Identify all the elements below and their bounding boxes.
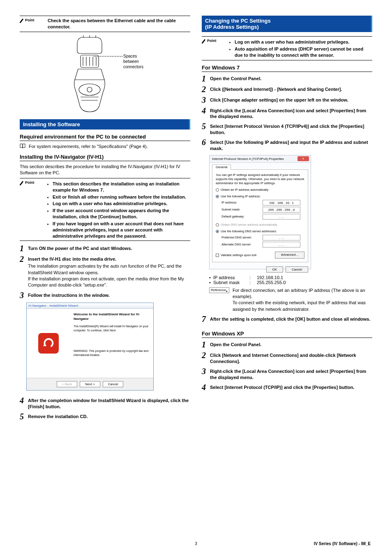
step-body: Open the Control Panel. xyxy=(210,74,372,82)
step-number: 2 xyxy=(202,85,208,93)
ipv4-ok-button[interactable]: OK xyxy=(266,266,284,273)
point-body: Log on with a user who has administrativ… xyxy=(230,38,372,58)
windowsxp-steps: 1Open the Control Panel.2Click [Network … xyxy=(202,340,372,391)
point-label: Point xyxy=(202,38,226,58)
step-title: Open the Control Panel. xyxy=(210,76,372,82)
book-icon xyxy=(20,143,25,150)
step: 3Follow the instructions in the window. xyxy=(20,291,190,299)
step-body: Select [Internet Protocol Version 4 (TCP… xyxy=(210,122,372,136)
step-title: Click [Change adapter settings] on the u… xyxy=(210,97,372,103)
kv-colon: : xyxy=(249,280,257,285)
ipv4-radio-static-dns[interactable]: Use the following DNS server addresses: xyxy=(216,229,304,234)
step-body: Insert the IV-H1 disc into the media dri… xyxy=(28,255,190,288)
step: 3Right-click the [Local Area Connection]… xyxy=(202,367,372,381)
section-pc-settings: Changing the PC Settings (IP Address Set… xyxy=(202,16,372,32)
point-word: Point xyxy=(25,180,35,185)
wizard-p1: The InstallShield(R) Wizard will install… xyxy=(74,324,150,333)
checkbox-label: Validate settings upon exit xyxy=(221,253,256,257)
reference-text: For direct connection, set an arbitrary … xyxy=(233,287,372,313)
step-title: Open the Control Panel. xyxy=(210,342,372,348)
ipv4-radio-auto-ip[interactable]: Obtain an IP address automatically xyxy=(216,188,304,192)
reference-text: For system requirements, refer to "Speci… xyxy=(29,143,190,150)
callout-line2: connectors xyxy=(123,65,143,69)
step-body: Turn ON the power of the PC and start Wi… xyxy=(28,244,190,252)
section-installing-software: Installing the Software xyxy=(20,119,190,130)
wizard-back-button[interactable]: < Back xyxy=(57,381,78,387)
ipv4-cancel-button[interactable]: Cancel xyxy=(286,266,308,273)
ipv4-row-mask: Subnet mask: 255 . 255 . 255 . 0 xyxy=(221,207,304,213)
reference-ip-note: Reference▾ For direct connection, set an… xyxy=(209,287,372,313)
step-number: 5 xyxy=(20,412,25,421)
list-item: Auto aquisition of IP address (DHCP serv… xyxy=(235,46,372,58)
dns1-input[interactable]: . . . xyxy=(263,235,300,240)
callout-label: Spaces between connectors xyxy=(123,53,147,69)
kv-row-mask: • Subnet mask : 255.255.255.0 xyxy=(209,280,372,285)
navigator-intro: This section describes the procedure for… xyxy=(20,164,190,176)
step-body: Right-click the [Local Area Connection] … xyxy=(210,106,372,120)
doc-name: IV Series (IV Software) - IM_E xyxy=(314,541,371,546)
step-title: Right-click the [Local Area Connection] … xyxy=(210,108,372,120)
svg-point-8 xyxy=(79,84,100,95)
wizard-footer: < Back Next > Cancel xyxy=(27,378,153,390)
step-body: Click ([Network and Internet]) - [Networ… xyxy=(210,85,372,92)
ipv4-validate-checkbox[interactable]: Validate settings upon exit xyxy=(216,253,256,257)
gw-label: Default gateway: xyxy=(221,215,263,219)
step-desc: The installation program activates by th… xyxy=(28,263,190,289)
step-number: 1 xyxy=(202,74,208,83)
page-number: 3 xyxy=(195,541,197,546)
step-body: Click [Network and Internet Connections]… xyxy=(210,351,372,365)
step: 6Select [Use the following IP address] a… xyxy=(202,138,372,152)
step: 2Insert the IV-H1 disc into the media dr… xyxy=(20,255,190,288)
point-install-notes: Point This section describes the install… xyxy=(20,178,190,241)
step-body: Select [Internet Protocol (TCP/IP)] and … xyxy=(210,383,372,391)
step-number: 4 xyxy=(20,396,25,405)
wizard-next-button[interactable]: Next > xyxy=(80,381,100,387)
step-body: Right-click the [Local Area Connection] … xyxy=(210,367,372,381)
step: 4After the completion window for Install… xyxy=(20,396,190,410)
step-title: Insert the IV-H1 disc into the media dri… xyxy=(28,256,190,262)
ipv4-row-dns2: Alternate DNS server: . . . xyxy=(221,242,304,247)
step-body: Follow the instructions in the window. xyxy=(28,291,190,298)
svg-marker-15 xyxy=(202,39,205,44)
figure-installshield-wizard: IV-Navigator - InstallShield Wizard Welc… xyxy=(26,303,154,391)
page-footer: 3 IV Series (IV Software) - IM_E xyxy=(0,541,392,546)
step: 1Turn ON the power of the PC and start W… xyxy=(20,244,190,252)
windows7-steps: 1Open the Control Panel.2Click ([Network… xyxy=(202,74,372,152)
wizard-p2: WARNING: This program is protected by co… xyxy=(74,349,150,357)
step-title: Right-click the [Local Area Connection] … xyxy=(210,368,372,381)
ipv4-advanced-button[interactable]: Advanced... xyxy=(275,252,304,259)
wizard-icon xyxy=(38,333,59,354)
svg-point-9 xyxy=(87,87,92,92)
step-title: Select [Internet Protocol (TCP/IP)] and … xyxy=(210,384,372,391)
step-number: 2 xyxy=(202,351,208,359)
page-columns: Point Check the spaces between the Ether… xyxy=(20,16,372,423)
svg-marker-0 xyxy=(20,18,23,23)
pencil-icon xyxy=(20,18,24,23)
close-icon[interactable]: x xyxy=(297,156,309,161)
dns2-label: Alternate DNS server: xyxy=(221,243,263,247)
radio-label: Obtain an IP address automatically xyxy=(221,188,268,192)
radio-label: Use the following IP address: xyxy=(221,194,261,198)
wizard-titlebar: IV-Navigator - InstallShield Wizard xyxy=(27,303,153,309)
step-number: 6 xyxy=(202,138,208,146)
point-ethernet-cable: Point Check the spaces between the Ether… xyxy=(20,16,190,32)
step: 5Select [Internet Protocol Version 4 (TC… xyxy=(202,122,372,136)
ipv4-panel: You can get IP settings assigned automat… xyxy=(212,169,308,263)
subheading-windows7: For Windows 7 xyxy=(202,65,372,72)
ipv4-radio-auto-dns: Obtain DNS server address automatically xyxy=(216,223,304,227)
list-item: If you have logged on with a user accoun… xyxy=(53,221,190,239)
subheading-install-navigator: Installing the IV-Navigator (IV-H1) xyxy=(20,154,190,161)
mask-input[interactable]: 255 . 255 . 255 . 0 xyxy=(263,207,300,213)
step: 2Click [Network and Internet Connections… xyxy=(202,351,372,365)
ipv4-radio-static-ip[interactable]: Use the following IP address: xyxy=(216,194,304,199)
step-7: 7 After the setting is completed, click … xyxy=(202,315,372,323)
dns2-input[interactable]: . . . xyxy=(263,242,300,247)
ipv4-tab-general[interactable]: General xyxy=(212,164,231,170)
wizard-cancel-button[interactable]: Cancel xyxy=(103,381,124,387)
gw-input[interactable]: . . . xyxy=(263,214,300,220)
kv-value: 255.255.255.0 xyxy=(257,280,286,285)
ipv4-row-ip: IP address: 192 . 168 . 10 . 1 xyxy=(221,200,304,206)
ip-input[interactable]: 192 . 168 . 10 . 1 xyxy=(263,200,300,206)
point-word: Point xyxy=(25,18,35,22)
svg-marker-12 xyxy=(20,181,23,185)
